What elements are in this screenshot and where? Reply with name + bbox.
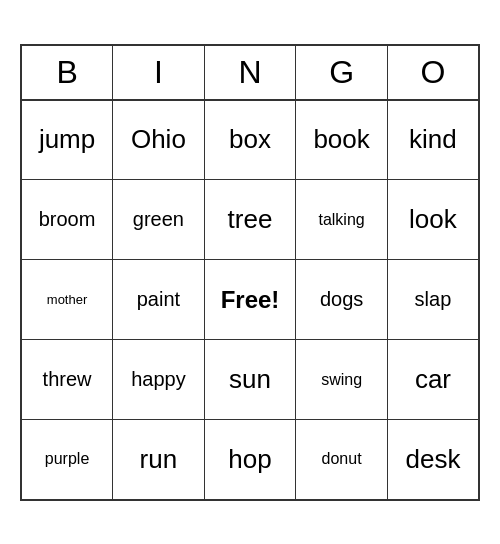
bingo-cell: paint bbox=[113, 260, 205, 340]
bingo-header-cell: I bbox=[113, 45, 205, 100]
bingo-cell: tree bbox=[204, 180, 296, 260]
bingo-card: BINGO jumpOhioboxbookkindbroomgreentreet… bbox=[20, 44, 480, 501]
bingo-cell: broom bbox=[21, 180, 113, 260]
bingo-cell: green bbox=[113, 180, 205, 260]
bingo-cell: sun bbox=[204, 340, 296, 420]
bingo-cell: swing bbox=[296, 340, 388, 420]
bingo-header-cell: N bbox=[204, 45, 296, 100]
bingo-header-row: BINGO bbox=[21, 45, 479, 100]
bingo-cell: desk bbox=[387, 420, 479, 500]
bingo-cell: look bbox=[387, 180, 479, 260]
bingo-cell: book bbox=[296, 100, 388, 180]
bingo-body: jumpOhioboxbookkindbroomgreentreetalking… bbox=[21, 100, 479, 500]
bingo-header-cell: O bbox=[387, 45, 479, 100]
bingo-cell: slap bbox=[387, 260, 479, 340]
bingo-cell: car bbox=[387, 340, 479, 420]
bingo-cell: dogs bbox=[296, 260, 388, 340]
bingo-cell: run bbox=[113, 420, 205, 500]
bingo-row: threwhappysunswingcar bbox=[21, 340, 479, 420]
bingo-row: jumpOhioboxbookkind bbox=[21, 100, 479, 180]
bingo-cell: box bbox=[204, 100, 296, 180]
bingo-row: purplerunhopdonutdesk bbox=[21, 420, 479, 500]
bingo-cell: Ohio bbox=[113, 100, 205, 180]
bingo-header-cell: G bbox=[296, 45, 388, 100]
bingo-header-cell: B bbox=[21, 45, 113, 100]
bingo-row: motherpaintFree!dogsslap bbox=[21, 260, 479, 340]
bingo-cell: purple bbox=[21, 420, 113, 500]
bingo-cell: talking bbox=[296, 180, 388, 260]
bingo-row: broomgreentreetalkinglook bbox=[21, 180, 479, 260]
bingo-cell: mother bbox=[21, 260, 113, 340]
bingo-cell: kind bbox=[387, 100, 479, 180]
bingo-cell: jump bbox=[21, 100, 113, 180]
bingo-cell: hop bbox=[204, 420, 296, 500]
bingo-cell: happy bbox=[113, 340, 205, 420]
bingo-cell: donut bbox=[296, 420, 388, 500]
bingo-cell: threw bbox=[21, 340, 113, 420]
bingo-cell: Free! bbox=[204, 260, 296, 340]
